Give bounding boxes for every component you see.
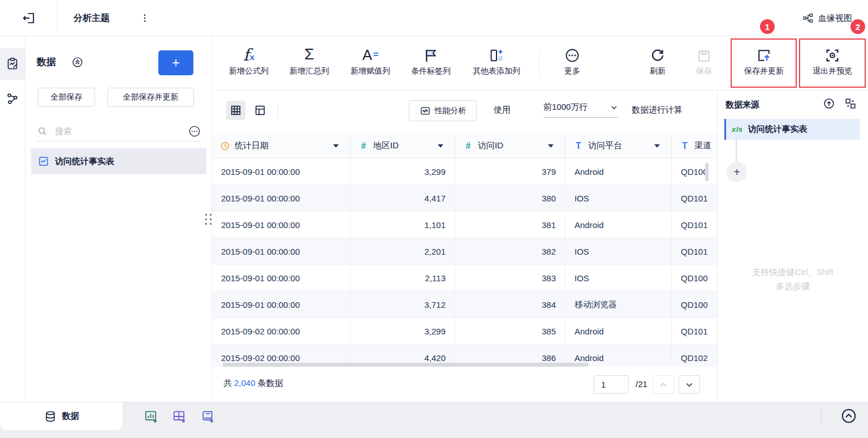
column-header-platform[interactable]: T 访问平台 <box>565 134 672 158</box>
rail-analysis-board-icon[interactable] <box>0 48 25 80</box>
vertical-scrollbar-thumb[interactable] <box>705 163 709 181</box>
add-step-button[interactable]: + <box>727 162 747 182</box>
search-more-icon[interactable] <box>188 125 201 138</box>
edit-toolbar: fx 新增公式列 Σ 新增汇总列 A= 新增赋值列 条件标签列 <box>212 36 868 91</box>
cell-date: 2015-09-01 00:00:00 <box>212 265 351 291</box>
previous-page-button[interactable] <box>653 375 674 394</box>
formula-fx-icon: fx <box>218 43 280 63</box>
condition-tag-column-button[interactable]: 条件标签列 <box>400 43 462 76</box>
exit-back-icon[interactable] <box>21 11 36 25</box>
cell-channel: QD100 <box>672 265 717 291</box>
panel-drag-handle[interactable] <box>205 214 212 225</box>
cell-channel: QD100 <box>672 291 717 317</box>
cell-date: 2015-09-01 00:00:00 <box>212 291 351 317</box>
cell-region-id: 3,712 <box>351 291 455 317</box>
text-field-icon: T <box>680 141 690 151</box>
source-table-label: 访问统计事实表 <box>748 124 807 135</box>
cell-channel: QD101 <box>672 185 717 211</box>
excel-file-icon: xls <box>732 125 743 134</box>
tab-data[interactable]: 数据 <box>0 402 123 431</box>
collapse-panel-button[interactable] <box>840 407 857 424</box>
add-component-icon[interactable] <box>143 409 159 424</box>
exit-and-preview-button[interactable]: 退出并预览 <box>801 43 864 76</box>
tab-data-label: 数据 <box>62 411 79 422</box>
cell-region-id: 1,101 <box>351 212 455 238</box>
table-row[interactable]: 2015-09-01 00:00:00 3,299 379 Android QD… <box>212 158 717 185</box>
cell-platform: IOS <box>565 238 672 264</box>
column-dropdown-caret[interactable] <box>654 144 660 148</box>
step-connector-line <box>736 140 737 162</box>
cell-platform: IOS <box>565 185 672 211</box>
viewbar-divider <box>278 104 278 119</box>
cell-channel: QD101 <box>672 238 717 264</box>
preview-eye-icon <box>801 43 864 63</box>
switch-layout-icon[interactable] <box>844 97 857 110</box>
cell-date: 2015-09-01 00:00:00 <box>212 212 351 238</box>
table-row[interactable]: 2015-09-01 00:00:00 2,201 382 IOS QD101 <box>212 238 717 265</box>
save-all-update-button[interactable]: 全部保存并更新 <box>107 88 194 107</box>
add-report-icon[interactable] <box>200 409 215 424</box>
horizontal-scrollbar-thumb[interactable] <box>222 363 589 367</box>
cell-visit-id: 380 <box>455 185 565 211</box>
topbar-divider <box>57 0 57 36</box>
cell-platform: IOS <box>565 265 672 291</box>
cell-channel: QD101 <box>672 212 717 238</box>
grid-view-toggle[interactable] <box>226 101 245 120</box>
table-list-item[interactable]: 访问统计事实表 <box>31 148 206 174</box>
column-dropdown-caret[interactable] <box>333 144 339 148</box>
layout-view-toggle[interactable] <box>251 101 270 120</box>
cell-region-id: 2,113 <box>351 265 455 291</box>
performance-chart-icon <box>420 105 431 117</box>
title-more-icon[interactable] <box>139 12 151 24</box>
sigma-icon: Σ <box>278 43 340 63</box>
table-row[interactable]: 2015-09-01 00:00:00 2,113 383 IOS QD100 <box>212 265 717 291</box>
next-page-button[interactable] <box>679 375 700 394</box>
column-dropdown-caret[interactable] <box>548 144 554 148</box>
add-column-from-other-table-button[interactable]: 其他表添加列 <box>465 43 528 76</box>
save-all-button[interactable]: 全部保存 <box>38 88 95 107</box>
table-body: 2015-09-01 00:00:00 3,299 379 Android QD… <box>212 158 717 367</box>
page-number-input[interactable] <box>594 375 629 394</box>
rail-flow-steps-icon[interactable] <box>0 83 25 115</box>
save-button[interactable]: 保存 <box>673 43 735 76</box>
use-label: 使用 <box>494 105 511 115</box>
table-area: 性能分析 使用 前1000万行 数据进行计算 统计日期 # <box>212 91 717 402</box>
row-limit-dropdown[interactable]: 前1000万行 <box>543 102 618 118</box>
column-header-date[interactable]: 统计日期 <box>212 134 351 158</box>
step-badge-2: 2 <box>850 19 865 34</box>
table-row[interactable]: 2015-09-01 00:00:00 4,417 380 IOS QD101 <box>212 185 717 212</box>
chevron-down-icon <box>610 104 618 111</box>
search-icon <box>37 126 48 137</box>
add-summary-column-button[interactable]: Σ 新增汇总列 <box>278 43 340 76</box>
cell-visit-id: 384 <box>455 291 565 317</box>
search-input[interactable] <box>54 126 188 136</box>
add-dashboard-icon[interactable] <box>171 409 187 424</box>
add-table-button[interactable]: + <box>158 50 193 75</box>
more-button[interactable]: 更多 <box>541 43 603 76</box>
source-table-node[interactable]: xls 访问统计事实表 <box>724 119 860 140</box>
column-header-channel[interactable]: T 渠道 <box>672 134 717 158</box>
lineage-view-button[interactable]: 血缘视图 <box>802 0 852 36</box>
assign-value-icon: A= <box>339 43 401 63</box>
number-field-icon: # <box>359 141 369 151</box>
lineage-label: 血缘视图 <box>818 13 852 24</box>
add-formula-column-button[interactable]: fx 新增公式列 <box>218 43 280 76</box>
column-dropdown-caret[interactable] <box>438 144 443 148</box>
update-history-icon[interactable] <box>823 97 835 110</box>
performance-analysis-button[interactable]: 性能分析 <box>409 100 477 121</box>
column-header-region[interactable]: # 地区ID <box>351 134 455 158</box>
collapse-all-icon[interactable] <box>72 57 83 68</box>
calc-label: 数据进行计算 <box>632 105 683 115</box>
cell-region-id: 3,299 <box>351 318 455 344</box>
save-and-update-button[interactable]: 保存并更新 <box>732 43 796 76</box>
bottombar-divider <box>821 409 822 424</box>
table-row[interactable]: 2015-09-01 00:00:00 3,712 384 移动浏览器 QD10… <box>212 291 717 318</box>
panel-title: 数据 <box>37 55 56 68</box>
search-bar <box>37 121 201 141</box>
cell-visit-id: 379 <box>455 158 565 184</box>
table-row[interactable]: 2015-09-01 00:00:00 1,101 381 Android QD… <box>212 212 717 238</box>
column-header-visit[interactable]: # 访问ID <box>455 134 565 158</box>
bottom-tab-bar: 数据 <box>0 402 868 438</box>
table-row[interactable]: 2015-09-02 00:00:00 3,299 385 Android QD… <box>212 318 717 345</box>
add-assign-column-button[interactable]: A= 新增赋值列 <box>339 43 401 76</box>
